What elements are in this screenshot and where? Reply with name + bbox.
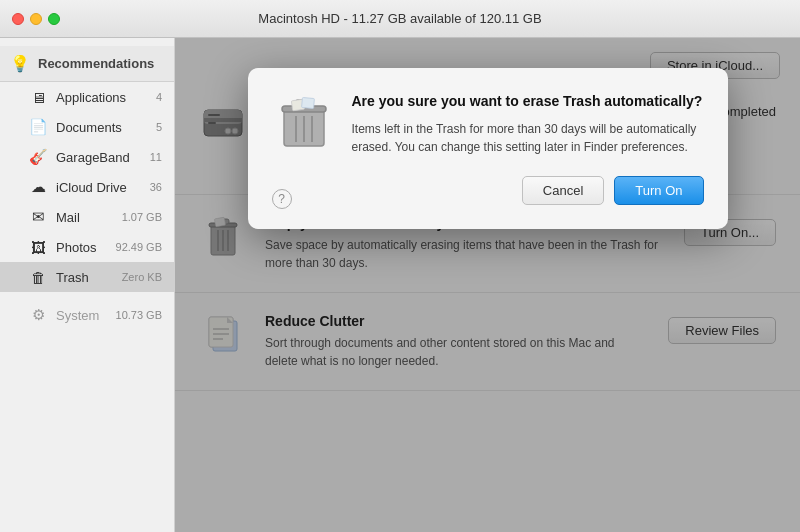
modal-trash-icon xyxy=(272,92,336,156)
applications-size: 4 xyxy=(156,91,162,103)
icloud-icon: ☁ xyxy=(28,177,48,197)
applications-label: Applications xyxy=(56,90,156,105)
modal-description: Items left in the Trash for more than 30… xyxy=(352,120,704,156)
garageband-label: GarageBand xyxy=(56,150,150,165)
sidebar-item-documents[interactable]: 📄 Documents 5 xyxy=(0,112,174,142)
mail-label: Mail xyxy=(56,210,122,225)
documents-label: Documents xyxy=(56,120,156,135)
main-layout: 💡 Recommendations 🖥 Applications 4 📄 Doc… xyxy=(0,38,800,532)
sidebar-item-mail[interactable]: ✉ Mail 1.07 GB xyxy=(0,202,174,232)
turn-on-confirm-button[interactable]: Turn On xyxy=(614,176,703,205)
trash-icon: 🗑 xyxy=(28,267,48,287)
window-title: Macintosh HD - 11.27 GB available of 120… xyxy=(258,11,541,26)
photos-icon: 🖼 xyxy=(28,237,48,257)
trash-size: Zero KB xyxy=(122,271,162,283)
modal-overlay: Are you sure you want to erase Trash aut… xyxy=(175,38,800,532)
sidebar-item-trash[interactable]: 🗑 Trash Zero KB xyxy=(0,262,174,292)
garageband-icon: 🎸 xyxy=(28,147,48,167)
titlebar: Macintosh HD - 11.27 GB available of 120… xyxy=(0,0,800,38)
content-area: Store in iCloud... Optimize Storage Save… xyxy=(175,38,800,532)
system-size: 10.73 GB xyxy=(116,309,162,321)
svg-rect-34 xyxy=(301,97,314,108)
sidebar-item-photos[interactable]: 🖼 Photos 92.49 GB xyxy=(0,232,174,262)
traffic-lights xyxy=(12,13,60,25)
documents-size: 5 xyxy=(156,121,162,133)
garageband-size: 11 xyxy=(150,151,162,163)
modal-body: Are you sure you want to erase Trash aut… xyxy=(352,92,704,205)
icloud-label: iCloud Drive xyxy=(56,180,150,195)
modal-title: Are you sure you want to erase Trash aut… xyxy=(352,92,704,112)
mail-icon: ✉ xyxy=(28,207,48,227)
modal-buttons: Cancel Turn On xyxy=(352,176,704,205)
maximize-button[interactable] xyxy=(48,13,60,25)
system-label: System xyxy=(56,308,116,323)
cancel-button[interactable]: Cancel xyxy=(522,176,604,205)
sidebar-item-applications[interactable]: 🖥 Applications 4 xyxy=(0,82,174,112)
photos-label: Photos xyxy=(56,240,116,255)
applications-icon: 🖥 xyxy=(28,87,48,107)
system-icon: ⚙ xyxy=(28,305,48,325)
help-button[interactable]: ? xyxy=(272,189,292,209)
trash-label: Trash xyxy=(56,270,122,285)
sidebar-item-garageband[interactable]: 🎸 GarageBand 11 xyxy=(0,142,174,172)
sidebar-item-system[interactable]: ⚙ System 10.73 GB xyxy=(0,300,174,330)
sidebar-recommendations-header: 💡 Recommendations xyxy=(0,46,174,82)
close-button[interactable] xyxy=(12,13,24,25)
minimize-button[interactable] xyxy=(30,13,42,25)
modal-content: Are you sure you want to erase Trash aut… xyxy=(272,92,704,205)
icloud-size: 36 xyxy=(150,181,162,193)
documents-icon: 📄 xyxy=(28,117,48,137)
recommendations-label: Recommendations xyxy=(38,56,154,71)
sidebar: 💡 Recommendations 🖥 Applications 4 📄 Doc… xyxy=(0,38,175,532)
mail-size: 1.07 GB xyxy=(122,211,162,223)
recommendations-icon: 💡 xyxy=(10,54,30,73)
sidebar-item-icloud[interactable]: ☁ iCloud Drive 36 xyxy=(0,172,174,202)
modal-dialog: Are you sure you want to erase Trash aut… xyxy=(248,68,728,229)
photos-size: 92.49 GB xyxy=(116,241,162,253)
